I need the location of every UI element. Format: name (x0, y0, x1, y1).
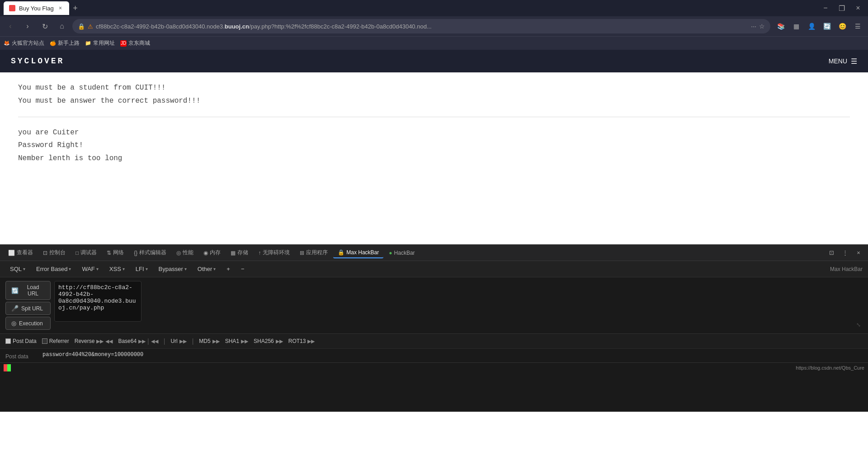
bookmark-star-icon[interactable]: ☆ (759, 23, 765, 30)
base64-encode-icon[interactable]: ▶▶ (138, 338, 146, 344)
base64-decode-icon[interactable]: ◀◀ (151, 338, 158, 344)
active-tab[interactable]: Buy You Flag × (4, 1, 69, 15)
common-icon: 📁 (85, 40, 91, 47)
minimize-button[interactable]: − (819, 2, 832, 14)
hackbar-menu-minus[interactable]: − (236, 264, 249, 274)
hackbar-menu-other[interactable]: Other ▾ (193, 264, 221, 274)
devtools-tab-debugger[interactable]: □ 调试器 (71, 247, 101, 258)
newbie-icon: 🍊 (50, 40, 56, 47)
devtools-tabs: ⬜ 查看器 ⊡ 控制台 □ 调试器 ⇅ 网络 {} 样式编辑器 ◎ 性能 ◉ 内… (0, 245, 868, 261)
bookmark-label: 新手上路 (58, 39, 80, 47)
address-bar[interactable]: 🔒 ⚠ cf88bc2c-c8a2-4992-b42b-0a8cd0d43040… (72, 19, 770, 33)
execution-button[interactable]: ◎ Execution (5, 317, 51, 330)
postdata-value: password=404%20&money=100000000 (42, 352, 863, 358)
debugger-icon: □ (75, 250, 79, 256)
menu-icon[interactable]: ☰ (851, 19, 864, 33)
home-button[interactable]: ⌂ (55, 19, 69, 33)
tab-close-button[interactable]: × (57, 5, 64, 11)
reverse-encode-icon[interactable]: ▶▶ (96, 338, 104, 344)
new-tab-button[interactable]: + (69, 2, 82, 14)
devtools-more-button[interactable]: ⋮ (839, 247, 851, 259)
url-prefix: cf88bc2c-c8a2-4992-b42b-0a8cd0d43040.nod… (96, 23, 225, 30)
style-editor-icon: {} (134, 250, 137, 256)
referrer-label: Referrer (49, 338, 69, 344)
more-options-icon[interactable]: ··· (751, 23, 756, 30)
devtools-tab-label: 无障碍环境 (263, 249, 290, 257)
devtools-right-controls: ⊡ ⋮ × (826, 247, 864, 259)
titlebar: Buy You Flag × + − ❐ × (0, 0, 868, 16)
hackbar-action-buttons: 🔃 Load URL 🎤 Spit URL ◎ Execution (5, 281, 51, 330)
back-button[interactable]: ‹ (4, 19, 17, 33)
warning-icon: ⚠ (88, 23, 93, 30)
devtools-close-button[interactable]: × (853, 247, 864, 259)
hackbar-dot-icon: ● (389, 250, 392, 256)
site-menu-button[interactable]: MENU ☰ (829, 57, 857, 66)
devtools-tab-inspector[interactable]: ⬜ 查看器 (4, 247, 38, 258)
url-encode-label: Url (170, 338, 177, 344)
refresh-button[interactable]: ↻ (38, 19, 52, 33)
bookmark-item-newbie[interactable]: 🍊 新手上路 (50, 39, 80, 47)
hackbar-menu-lfi[interactable]: LFI ▾ (131, 264, 152, 274)
application-icon: ⊞ (300, 250, 304, 256)
referrer-checkbox[interactable] (42, 338, 47, 344)
postdata-row: Post data password=404%20&money=10000000… (0, 348, 868, 362)
dock-button[interactable]: ⊡ (826, 247, 837, 259)
devtools-tab-accessibility[interactable]: ↑ 无障碍环境 (254, 247, 294, 258)
maximize-button[interactable]: ❐ (835, 2, 848, 14)
devtools-tab-storage[interactable]: ▦ 存储 (226, 247, 253, 258)
hackbar-menu-bypasser[interactable]: Bypasser ▾ (154, 264, 191, 274)
spit-url-button[interactable]: 🎤 Spit URL (5, 302, 51, 315)
result-line3: Nember lenth is too long (18, 152, 850, 165)
devtools-tab-max-hackbar[interactable]: 🔒 Max HackBar (333, 247, 383, 258)
url-textarea[interactable]: http://cf88bc2c-c8a2-4992-b42b-0a8cd0d43… (54, 281, 142, 322)
tab-groups-icon[interactable]: ▦ (789, 19, 803, 33)
devtools-tab-hackbar[interactable]: ● HackBar (384, 248, 419, 258)
base64-label: Base64 (118, 338, 137, 344)
hackbar-menu-waf[interactable]: WAF ▾ (77, 264, 103, 274)
page-line1: You must be a student from CUIT!!! (18, 81, 850, 95)
load-url-button[interactable]: 🔃 Load URL (5, 281, 51, 300)
sha1-icon[interactable]: ▶▶ (241, 338, 248, 344)
md5-icon[interactable]: ▶▶ (212, 338, 220, 344)
collections-icon[interactable]: 📚 (774, 19, 788, 33)
referrer-checkbox-item[interactable]: Referrer (42, 338, 69, 344)
network-icon: ⇅ (107, 250, 111, 256)
load-url-icon: 🔃 (11, 287, 19, 294)
devtools-tab-memory[interactable]: ◉ 内存 (199, 247, 225, 258)
hackbar-menu-sql[interactable]: SQL ▾ (5, 264, 30, 274)
devtools-tab-network[interactable]: ⇅ 网络 (102, 247, 128, 258)
sha256-icon[interactable]: ▶▶ (276, 338, 283, 344)
post-data-checkbox[interactable] (5, 338, 11, 344)
lfi-chevron-icon: ▾ (146, 266, 148, 271)
sync-icon[interactable]: 🔄 (820, 19, 834, 33)
avatar-icon[interactable]: 😊 (835, 19, 849, 33)
reverse-decode-icon[interactable]: ◀◀ (105, 338, 113, 344)
bookmark-item-jd[interactable]: JD 京东商城 (120, 39, 150, 47)
bookmark-label: 火狐官方站点 (12, 39, 44, 47)
bookmark-item-common[interactable]: 📁 常用网址 (85, 39, 115, 47)
security-icon: 🔒 (78, 23, 85, 30)
window-close-button[interactable]: × (852, 2, 864, 14)
hackbar-menu-add[interactable]: + (222, 264, 235, 274)
account-icon[interactable]: 👤 (805, 19, 818, 33)
hackbar-menu-xss[interactable]: XSS ▾ (105, 264, 129, 274)
result-line1: you are Cuiter (18, 126, 850, 139)
devtools: ⬜ 查看器 ⊡ 控制台 □ 调试器 ⇅ 网络 {} 样式编辑器 ◎ 性能 ◉ 内… (0, 244, 868, 412)
devtools-tab-label: 应用程序 (306, 249, 328, 257)
rot13-icon[interactable]: ▶▶ (307, 338, 315, 344)
devtools-tab-application[interactable]: ⊞ 应用程序 (295, 247, 332, 258)
url-domain: buuoj.cn (225, 23, 249, 30)
md5-item: MD5 ▶▶ (199, 338, 219, 344)
result-line2: Password Right! (18, 139, 850, 152)
post-data-checkbox-item[interactable]: Post Data (5, 338, 37, 344)
devtools-tab-performance[interactable]: ◎ 性能 (172, 247, 198, 258)
storage-icon: ▦ (231, 250, 236, 256)
site-nav: SYCLOVER MENU ☰ (0, 50, 868, 72)
forward-button[interactable]: › (21, 19, 34, 33)
url-encode-icon[interactable]: ▶▶ (179, 338, 187, 344)
devtools-tab-style-editor[interactable]: {} 样式编辑器 (129, 247, 171, 258)
bookmark-item-firefox[interactable]: 🦊 火狐官方站点 (4, 39, 44, 47)
hackbar-menu-error-based[interactable]: Error Based ▾ (32, 264, 75, 274)
sha256-item: SHA256 ▶▶ (254, 338, 283, 344)
devtools-tab-console[interactable]: ⊡ 控制台 (38, 247, 70, 258)
